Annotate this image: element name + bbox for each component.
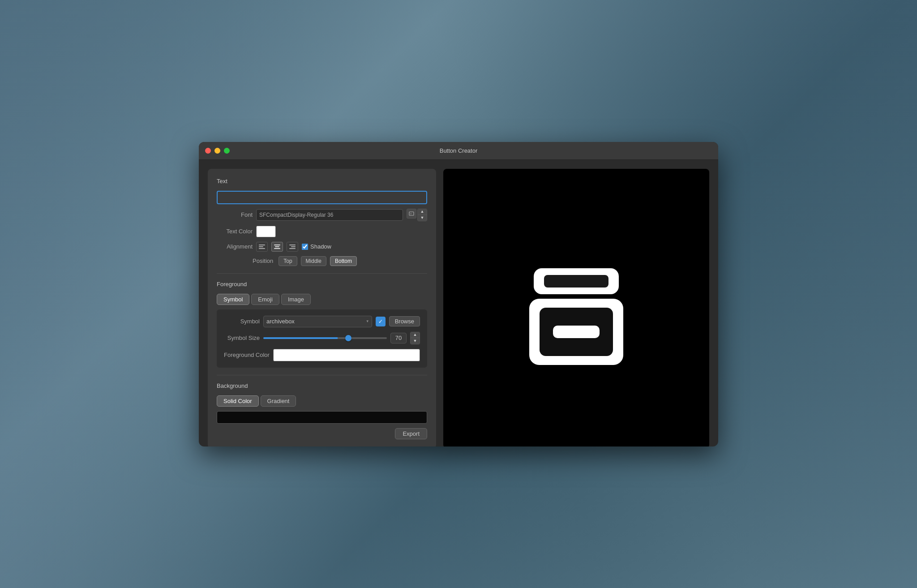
position-middle-button[interactable]: Middle bbox=[301, 256, 326, 266]
text-color-label: Text Color bbox=[217, 228, 253, 235]
text-section: Text Font T ▲ bbox=[217, 178, 427, 266]
shadow-label: Shadow bbox=[310, 243, 331, 250]
tab-symbol[interactable]: Symbol bbox=[217, 294, 249, 305]
position-row: Position Top Middle Bottom bbox=[253, 256, 427, 266]
symbol-row: Symbol archivebox ✓ Browse bbox=[224, 316, 420, 327]
tab-image[interactable]: Image bbox=[281, 294, 311, 305]
text-input[interactable] bbox=[217, 191, 427, 204]
font-input[interactable] bbox=[256, 209, 403, 221]
alignment-label: Alignment bbox=[217, 243, 253, 250]
minimize-button[interactable] bbox=[214, 148, 220, 154]
font-row: Font T ▲ ▼ bbox=[217, 209, 427, 221]
browse-button[interactable]: Browse bbox=[389, 316, 420, 326]
divider-2 bbox=[217, 375, 427, 375]
symbol-size-label: Symbol Size bbox=[224, 335, 260, 341]
background-color-bar[interactable] bbox=[217, 411, 427, 424]
symbol-check-icon: ✓ bbox=[376, 317, 386, 326]
background-section-label: Background bbox=[217, 382, 427, 389]
symbol-size-input[interactable] bbox=[390, 333, 407, 343]
tab-emoji[interactable]: Emoji bbox=[251, 294, 279, 305]
traffic-lights bbox=[205, 148, 230, 154]
background-section: Background Solid Color Gradient Export bbox=[217, 382, 427, 439]
window-title: Button Creator bbox=[440, 147, 478, 154]
shadow-row: Shadow bbox=[302, 243, 331, 250]
align-right-button[interactable] bbox=[287, 242, 298, 252]
font-size-down[interactable]: ▼ bbox=[418, 215, 427, 221]
export-button[interactable]: Export bbox=[395, 428, 427, 439]
align-left-button[interactable] bbox=[256, 242, 268, 252]
font-picker-icon[interactable]: T bbox=[407, 209, 416, 219]
font-size-up[interactable]: ▲ bbox=[418, 209, 427, 215]
font-size-stepper: ▲ ▼ bbox=[417, 209, 427, 221]
foreground-section-label: Foreground bbox=[217, 281, 427, 288]
align-center-icon bbox=[274, 245, 280, 249]
symbol-size-row: Symbol Size ▲ ▼ bbox=[224, 332, 420, 344]
alignment-row: Alignment bbox=[217, 242, 427, 252]
foreground-color-swatch[interactable] bbox=[273, 349, 420, 361]
shadow-checkbox[interactable] bbox=[302, 244, 308, 250]
align-left-icon bbox=[259, 245, 265, 249]
main-content: Text Font T ▲ bbox=[199, 160, 718, 446]
symbol-select[interactable]: archivebox bbox=[263, 316, 372, 327]
symbol-size-stepper: ▲ ▼ bbox=[410, 332, 420, 344]
close-button[interactable] bbox=[205, 148, 211, 154]
preview-icon bbox=[500, 232, 652, 385]
position-top-button[interactable]: Top bbox=[279, 256, 297, 266]
foreground-color-row: Foreground Color bbox=[224, 349, 420, 361]
text-section-label: Text bbox=[217, 178, 427, 185]
svg-text:T: T bbox=[410, 213, 412, 215]
background-tab-row: Solid Color Gradient bbox=[217, 395, 427, 407]
position-bottom-button[interactable]: Bottom bbox=[330, 256, 357, 266]
align-center-button[interactable] bbox=[271, 242, 283, 252]
align-right-icon bbox=[289, 245, 296, 249]
titlebar: Button Creator bbox=[199, 142, 718, 160]
svg-rect-6 bbox=[553, 326, 600, 338]
archivebox-svg bbox=[509, 241, 643, 376]
preview-panel bbox=[443, 169, 709, 446]
divider-1 bbox=[217, 273, 427, 274]
export-row: Export bbox=[217, 428, 427, 439]
symbol-size-down[interactable]: ▼ bbox=[411, 338, 420, 344]
foreground-color-label: Foreground Color bbox=[224, 352, 270, 358]
position-label: Position bbox=[253, 258, 273, 264]
foreground-inner: Symbol archivebox ✓ Browse Sym bbox=[217, 309, 427, 368]
foreground-section: Foreground Symbol Emoji Image Symbol arc… bbox=[217, 281, 427, 368]
text-color-swatch[interactable] bbox=[256, 226, 276, 237]
symbol-label: Symbol bbox=[224, 318, 260, 325]
maximize-button[interactable] bbox=[224, 148, 230, 154]
left-panel: Text Font T ▲ bbox=[208, 169, 436, 446]
symbol-size-slider[interactable] bbox=[263, 337, 387, 339]
font-buttons: T ▲ ▼ bbox=[407, 209, 427, 221]
main-window: Button Creator Text Font T bbox=[199, 142, 718, 446]
font-label: Font bbox=[217, 211, 253, 218]
tab-solid-color[interactable]: Solid Color bbox=[217, 395, 259, 407]
symbol-select-wrapper: archivebox bbox=[263, 316, 372, 327]
svg-rect-3 bbox=[544, 275, 608, 288]
foreground-tab-row: Symbol Emoji Image bbox=[217, 294, 427, 305]
text-color-row: Text Color bbox=[217, 226, 427, 237]
symbol-size-up[interactable]: ▲ bbox=[411, 332, 420, 338]
tab-gradient[interactable]: Gradient bbox=[261, 395, 296, 407]
